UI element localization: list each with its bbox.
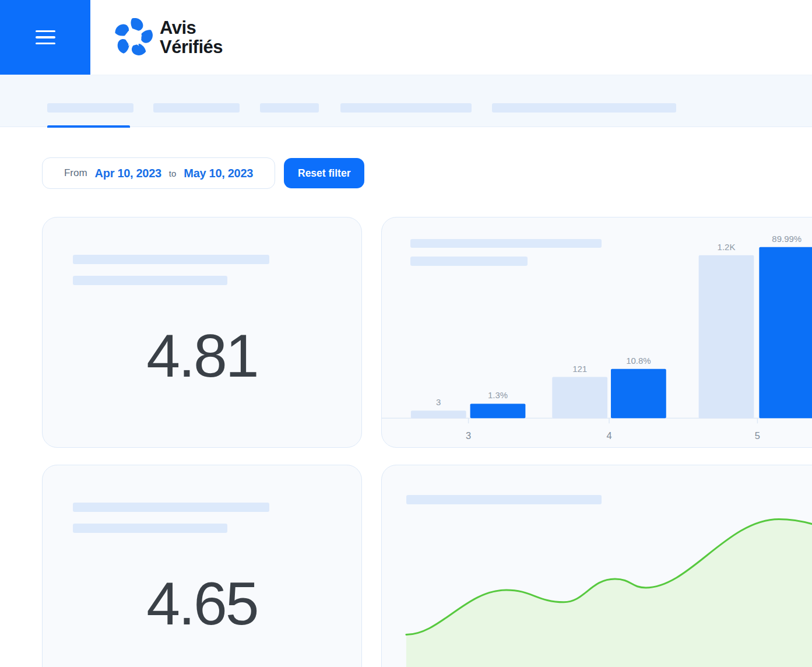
tab-4[interactable]: [340, 103, 472, 113]
average-rating-value: 4.81: [43, 321, 361, 391]
hamburger-icon: [36, 30, 55, 45]
rating-distribution-card: 31.3%312110.8%41.2K89.99%5: [381, 217, 812, 448]
skeleton-subtitle-line: [73, 524, 227, 533]
filter-bar: From Apr 10, 2023 to May 10, 2023 Reset …: [42, 157, 812, 189]
share-value-label: 89.99%: [772, 234, 802, 244]
count-bar-5[interactable]: [699, 255, 754, 419]
brand-name: Avis Vérifiés: [160, 18, 223, 57]
tab-skeleton: [153, 103, 240, 113]
tab-skeleton: [492, 103, 676, 113]
to-label: to: [169, 168, 177, 178]
skeleton-title-line: [73, 503, 269, 512]
share-value-label: 10.8%: [626, 356, 651, 366]
date-to-value[interactable]: May 10, 2023: [184, 167, 253, 180]
skeleton-title-line: [73, 255, 269, 264]
share-bar-3[interactable]: [470, 403, 526, 418]
tab-2[interactable]: [153, 103, 240, 113]
count-value-label: 121: [572, 364, 587, 374]
skeleton-subtitle-line: [73, 276, 227, 285]
tab-bar: [0, 75, 812, 127]
date-from-value[interactable]: Apr 10, 2023: [95, 167, 161, 180]
average-rating-card: 4.81: [42, 217, 362, 448]
x-axis-tick-label: 5: [755, 430, 760, 441]
tab-skeleton: [47, 103, 133, 113]
reset-filter-button[interactable]: Reset filter: [284, 158, 364, 188]
reviews-trend-chart: [382, 465, 812, 667]
brand[interactable]: Avis Vérifiés: [114, 0, 223, 75]
share-bar-4[interactable]: [611, 369, 666, 419]
x-axis-tick-label: 3: [466, 430, 471, 441]
active-tab-indicator: [47, 125, 130, 128]
tab-1-active[interactable]: [47, 103, 133, 113]
count-value-label: 1.2K: [718, 242, 736, 252]
date-range-field[interactable]: From Apr 10, 2023 to May 10, 2023: [42, 157, 275, 189]
app-header: Avis Vérifiés: [0, 0, 812, 75]
count-value-label: 3: [436, 397, 441, 407]
tab-3[interactable]: [260, 103, 319, 113]
brand-line-2: Vérifiés: [160, 37, 223, 57]
dashboard-grid: 4.81 31.3%312110.8%41.2K89.99%5 4.65: [42, 217, 812, 667]
tab-skeleton: [340, 103, 472, 113]
menu-button[interactable]: [0, 0, 90, 75]
secondary-rating-value: 4.65: [43, 569, 361, 638]
rating-distribution-chart: 31.3%312110.8%41.2K89.99%5: [382, 217, 812, 447]
share-bar-5[interactable]: [759, 247, 812, 419]
tab-5[interactable]: [492, 103, 676, 113]
secondary-rating-card: 4.65: [42, 465, 362, 667]
from-label: From: [64, 167, 87, 179]
count-bar-3[interactable]: [411, 410, 466, 418]
x-axis-tick-label: 4: [606, 430, 611, 441]
reviews-trend-card: [381, 465, 812, 667]
trend-area-fill: [406, 519, 812, 667]
count-bar-4[interactable]: [552, 377, 607, 419]
brand-logo-icon: [114, 18, 153, 57]
brand-line-1: Avis: [160, 18, 223, 37]
share-value-label: 1.3%: [488, 390, 508, 400]
tab-skeleton: [260, 103, 319, 113]
